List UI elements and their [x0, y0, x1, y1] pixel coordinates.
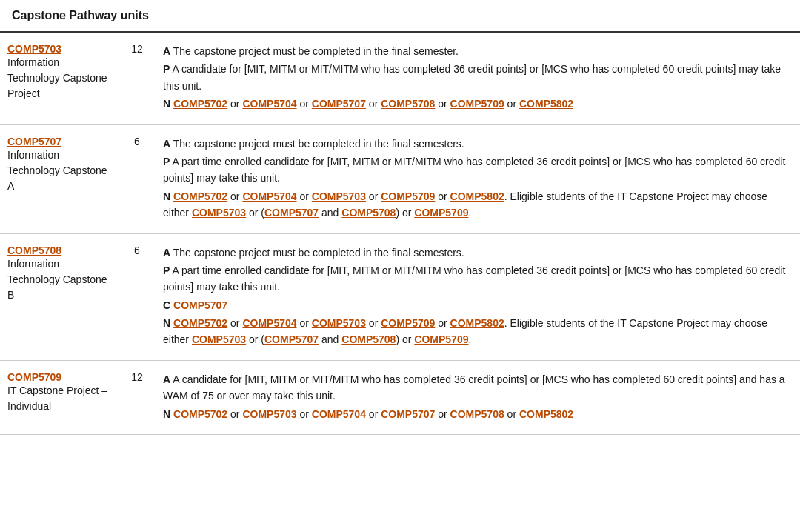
unit-code-link[interactable]: COMP5709: [7, 371, 61, 383]
unit-details: A A candidate for [MIT, MITM or MIT/MITM…: [156, 360, 800, 434]
detail-line: C COMP5707: [163, 297, 793, 313]
unit-code-link[interactable]: COMP5703: [7, 43, 61, 55]
unit-code-link[interactable]: COMP5708: [7, 245, 61, 256]
detail-text: The capstone project must be completed i…: [170, 138, 464, 150]
unit-details: A The capstone project must be completed…: [156, 233, 800, 360]
unit-title: Information Technology Capstone B: [7, 258, 107, 301]
unit-credits: 6: [119, 124, 156, 233]
unit-link-comp5709[interactable]: COMP5709: [414, 333, 468, 345]
detail-text: The capstone project must be completed i…: [170, 247, 464, 259]
unit-link-comp5704[interactable]: COMP5704: [242, 98, 296, 110]
unit-link-comp5708[interactable]: COMP5708: [341, 207, 396, 219]
unit-title: Information Technology Capstone A: [7, 149, 107, 192]
detail-text: A part time enrolled candidate for [MIT,…: [163, 156, 785, 184]
unit-link-comp5707[interactable]: COMP5707: [381, 408, 435, 420]
unit-title: IT Capstone Project – Individual: [7, 385, 107, 412]
page-title: Capstone Pathway units: [12, 9, 149, 21]
unit-link-comp5707[interactable]: COMP5707: [264, 207, 319, 219]
unit-link-comp5707[interactable]: COMP5707: [173, 299, 227, 311]
detail-line: A A candidate for [MIT, MITM or MIT/MITM…: [163, 371, 793, 405]
detail-prefix: A: [163, 247, 170, 259]
unit-name-cell: COMP5708Information Technology Capstone …: [0, 233, 119, 360]
unit-link-comp5802[interactable]: COMP5802: [450, 190, 504, 202]
unit-credits: 6: [119, 233, 156, 360]
unit-link-comp5709[interactable]: COMP5709: [381, 190, 435, 202]
unit-link-comp5708[interactable]: COMP5708: [381, 98, 435, 110]
unit-link-comp5703[interactable]: COMP5703: [242, 408, 296, 420]
detail-line: A The capstone project must be completed…: [163, 245, 793, 261]
unit-name-cell: COMP5707Information Technology Capstone …: [0, 124, 119, 233]
unit-link-comp5708[interactable]: COMP5708: [450, 408, 504, 420]
table-row: COMP5707Information Technology Capstone …: [0, 124, 800, 233]
unit-link-comp5802[interactable]: COMP5802: [450, 317, 504, 329]
unit-link-comp5709[interactable]: COMP5709: [414, 207, 468, 219]
table-row: COMP5708Information Technology Capstone …: [0, 233, 800, 360]
detail-prefix: N: [163, 98, 170, 110]
detail-prefix: A: [163, 138, 170, 150]
table-row: COMP5703Information Technology Capstone …: [0, 33, 800, 124]
detail-text: A candidate for [MIT, MITM or MIT/MITM w…: [163, 373, 785, 402]
detail-text: A candidate for [MIT, MITM or MIT/MITM w…: [163, 63, 781, 91]
detail-line: N COMP5702 or COMP5703 or COMP5704 or CO…: [163, 406, 793, 422]
unit-link-comp5802[interactable]: COMP5802: [519, 98, 573, 110]
unit-link-comp5704[interactable]: COMP5704: [312, 408, 366, 420]
unit-title: Information Technology Capstone Project: [7, 56, 107, 99]
units-table: COMP5703Information Technology Capstone …: [0, 33, 800, 435]
unit-link-comp5703[interactable]: COMP5703: [192, 333, 246, 345]
unit-link-comp5709[interactable]: COMP5709: [450, 98, 504, 110]
unit-link-comp5708[interactable]: COMP5708: [341, 333, 396, 345]
detail-line: P A part time enrolled candidate for [MI…: [163, 153, 793, 187]
detail-line: A The capstone project must be completed…: [163, 43, 793, 59]
detail-prefix: A: [163, 373, 170, 385]
unit-link-comp5704[interactable]: COMP5704: [242, 317, 296, 329]
detail-prefix: A: [163, 45, 170, 57]
detail-prefix: N: [163, 317, 170, 329]
detail-line: N COMP5702 or COMP5704 or COMP5703 or CO…: [163, 188, 793, 222]
detail-line: A The capstone project must be completed…: [163, 136, 793, 152]
unit-link-comp5702[interactable]: COMP5702: [173, 408, 227, 420]
detail-line: P A candidate for [MIT, MITM or MIT/MITM…: [163, 61, 793, 94]
detail-text: A part time enrolled candidate for [MIT,…: [163, 265, 785, 293]
table-row: COMP5709IT Capstone Project – Individual…: [0, 360, 800, 434]
unit-link-comp5709[interactable]: COMP5709: [381, 317, 435, 329]
unit-link-comp5704[interactable]: COMP5704: [242, 190, 296, 202]
unit-details: A The capstone project must be completed…: [156, 33, 800, 124]
unit-name-cell: COMP5703Information Technology Capstone …: [0, 33, 119, 124]
unit-link-comp5707[interactable]: COMP5707: [312, 98, 366, 110]
detail-prefix: C: [163, 299, 170, 311]
detail-line: P A part time enrolled candidate for [MI…: [163, 262, 793, 296]
unit-link-comp5707[interactable]: COMP5707: [264, 333, 319, 345]
detail-prefix: N: [163, 190, 170, 202]
detail-line: N COMP5702 or COMP5704 or COMP5703 or CO…: [163, 315, 793, 348]
detail-prefix: N: [163, 408, 170, 420]
detail-prefix: P: [163, 63, 170, 75]
unit-link-comp5802[interactable]: COMP5802: [519, 408, 573, 420]
page-header: Capstone Pathway units: [0, 0, 800, 33]
unit-details: A The capstone project must be completed…: [156, 124, 800, 233]
unit-credits: 12: [119, 360, 156, 434]
unit-code-link[interactable]: COMP5707: [7, 136, 61, 147]
unit-link-comp5702[interactable]: COMP5702: [173, 317, 227, 329]
unit-link-comp5702[interactable]: COMP5702: [173, 98, 227, 110]
unit-link-comp5703[interactable]: COMP5703: [312, 190, 366, 202]
unit-link-comp5703[interactable]: COMP5703: [192, 207, 246, 219]
detail-prefix: P: [163, 265, 170, 276]
unit-link-comp5702[interactable]: COMP5702: [173, 190, 227, 202]
unit-link-comp5703[interactable]: COMP5703: [312, 317, 366, 329]
detail-line: N COMP5702 or COMP5704 or COMP5707 or CO…: [163, 96, 793, 112]
unit-credits: 12: [119, 33, 156, 124]
unit-name-cell: COMP5709IT Capstone Project – Individual: [0, 360, 119, 434]
detail-prefix: P: [163, 156, 170, 167]
detail-text: The capstone project must be completed i…: [170, 45, 459, 57]
